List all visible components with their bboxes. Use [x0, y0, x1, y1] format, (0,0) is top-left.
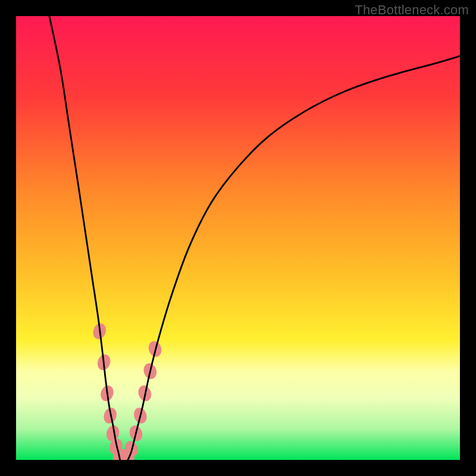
plot-area — [16, 16, 460, 460]
watermark-text: TheBottleneck.com — [355, 2, 469, 18]
curves-layer — [16, 16, 460, 460]
chart-frame: TheBottleneck.com — [0, 0, 476, 476]
series-right-curve — [128, 56, 460, 460]
